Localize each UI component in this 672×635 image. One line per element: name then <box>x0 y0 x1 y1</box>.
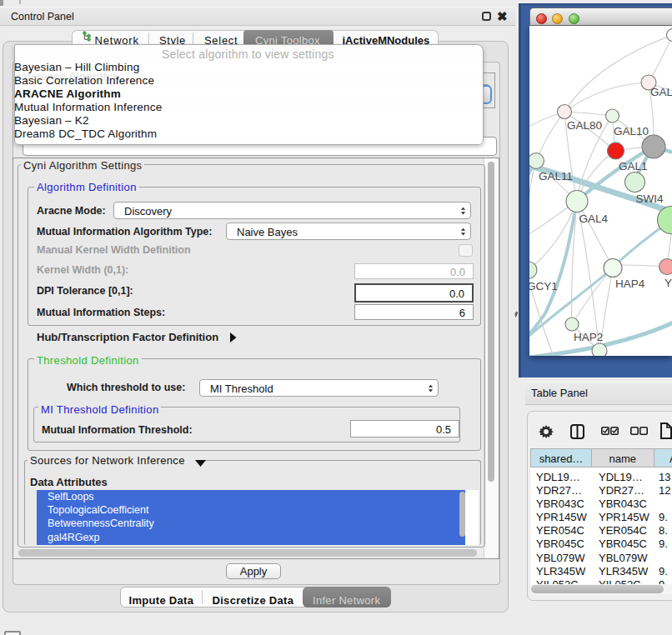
svg-text:Y: Y <box>664 277 672 289</box>
svg-text:GAL4: GAL4 <box>579 212 609 225</box>
svg-text:GCY1: GCY1 <box>529 280 558 292</box>
svg-text:GAL80: GAL80 <box>567 119 602 132</box>
svg-text:GAL1: GAL1 <box>619 160 648 172</box>
svg-text:SWI4: SWI4 <box>636 192 664 205</box>
svg-text:GAL7: GAL7 <box>650 86 672 98</box>
svg-text:GAL10: GAL10 <box>614 125 649 138</box>
svg-text:HAP4: HAP4 <box>615 278 645 290</box>
svg-text:HAP2: HAP2 <box>574 331 603 343</box>
svg-text:GAL11: GAL11 <box>539 170 573 182</box>
